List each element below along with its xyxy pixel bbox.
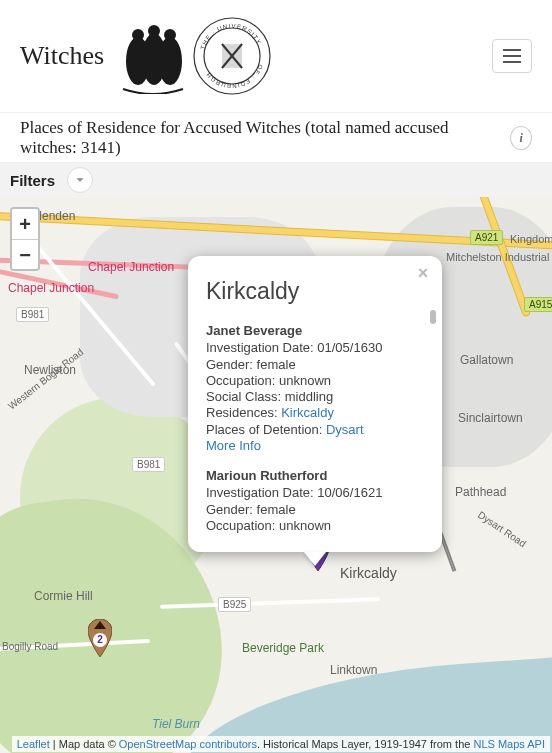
chevron-down-icon <box>74 174 86 186</box>
filters-bar: Filters <box>0 163 552 197</box>
field-residences: Residences: Kirkcaldy <box>206 405 424 421</box>
field-investigation-date: Investigation Date: 01/05/1630 <box>206 340 424 356</box>
svg-point-5 <box>164 29 176 41</box>
site-header: Witches THE · UNIVERSITY OF · EDINBURGH <box>0 0 552 113</box>
menu-button[interactable] <box>492 39 532 73</box>
nls-link[interactable]: NLS Maps API <box>473 738 545 750</box>
filters-toggle[interactable] <box>67 167 93 193</box>
field-occupation: Occupation: unknown <box>206 518 424 533</box>
map-attribution: Leaflet | Map data © OpenStreetMap contr… <box>12 736 550 752</box>
popup-close-button[interactable]: × <box>414 264 432 282</box>
map-canvas[interactable]: Cardenden Chapel Junction Chapel Junctio… <box>0 197 552 753</box>
popup-scrollbar[interactable] <box>430 310 436 324</box>
filters-label: Filters <box>10 172 55 189</box>
map-popup: × Kirkcaldy Janet Beverage Investigation… <box>188 256 442 552</box>
field-occupation: Occupation: unknown <box>206 373 424 389</box>
field-gender: Gender: female <box>206 502 424 518</box>
page-title: Places of Residence for Accused Witches … <box>20 118 500 158</box>
popup-body: Janet Beverage Investigation Date: 01/05… <box>206 323 424 533</box>
field-investigation-date: Investigation Date: 10/06/1621 <box>206 485 424 501</box>
university-of-edinburgh-logo-icon: THE · UNIVERSITY OF · EDINBURGH <box>192 16 272 96</box>
witches-logo-icon <box>118 19 188 94</box>
popup-entry: Janet Beverage Investigation Date: 01/05… <box>206 323 424 454</box>
zoom-out-button[interactable]: − <box>12 239 38 269</box>
brand-title: Witches <box>20 41 104 71</box>
popup-entry: Marioun Rutherford Investigation Date: 1… <box>206 468 424 533</box>
osm-link[interactable]: OpenStreetMap contributors <box>119 738 257 750</box>
field-gender: Gender: female <box>206 357 424 373</box>
person-name: Marioun Rutherford <box>206 468 424 484</box>
field-social-class: Social Class: middling <box>206 389 424 405</box>
popup-title: Kirkcaldy <box>206 278 424 305</box>
leaflet-link[interactable]: Leaflet <box>17 738 50 750</box>
marker-count: 2 <box>93 633 107 647</box>
more-info-link[interactable]: More Info <box>206 438 261 453</box>
svg-point-4 <box>148 25 160 37</box>
info-button[interactable]: i <box>510 126 532 150</box>
page-title-bar: Places of Residence for Accused Witches … <box>0 113 552 163</box>
svg-point-2 <box>158 37 182 85</box>
person-name: Janet Beverage <box>206 323 424 339</box>
field-detention: Places of Detention: Dysart <box>206 422 424 438</box>
zoom-control: + − <box>10 207 40 271</box>
zoom-in-button[interactable]: + <box>12 209 38 239</box>
residence-link[interactable]: Kirkcaldy <box>281 405 334 420</box>
detention-link[interactable]: Dysart <box>326 422 364 437</box>
map-marker-cluster-west[interactable]: 2 <box>88 619 112 657</box>
svg-point-3 <box>132 29 144 41</box>
